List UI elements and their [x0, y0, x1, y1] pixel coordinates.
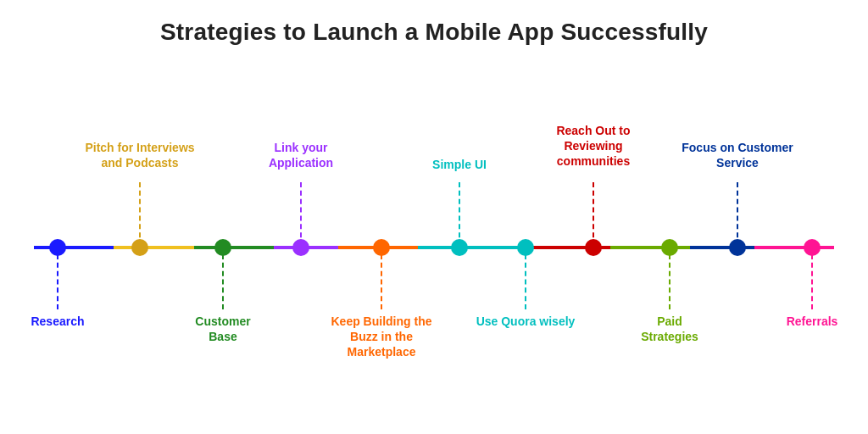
dashed-line-referrals: [811, 254, 813, 309]
dashed-line-focus-customer: [737, 182, 738, 246]
node-paid-strategies: [661, 239, 678, 256]
node-link-application: [292, 239, 309, 256]
label-customer-base: Customer Base: [195, 314, 250, 344]
label-paid-strategies: Paid Strategies: [641, 314, 698, 344]
node-pitch: [131, 239, 148, 256]
timeline-line: [34, 246, 834, 249]
dashed-line-reach-out: [593, 182, 594, 246]
dashed-line-research: [57, 254, 58, 309]
label-focus-customer: Focus on Customer Service: [682, 140, 793, 170]
dashed-line-paid-strategies: [669, 254, 670, 309]
page-title: Strategies to Launch a Mobile App Succes…: [0, 0, 868, 46]
dashed-line-keep-building: [381, 254, 382, 309]
node-referrals: [804, 239, 821, 256]
label-simple-ui: Simple UI: [432, 157, 487, 172]
label-reach-out: Reach Out to Reviewing communities: [556, 123, 630, 170]
node-use-quora: [517, 239, 534, 256]
node-simple-ui: [451, 239, 468, 256]
dashed-line-pitch: [139, 182, 141, 246]
dashed-line-customer-base: [222, 254, 224, 309]
label-keep-building: Keep Building the Buzz in the Marketplac…: [331, 314, 432, 360]
node-reach-out: [585, 239, 602, 256]
label-pitch: Pitch for Interviews and Podcasts: [85, 140, 194, 170]
node-focus-customer: [729, 239, 746, 256]
dashed-line-use-quora: [525, 254, 526, 309]
dashed-line-link-application: [300, 182, 302, 246]
label-referrals: Referrals: [787, 314, 838, 329]
timeline: ResearchPitch for Interviews and Podcast…: [0, 51, 868, 434]
label-link-application: Link your Application: [269, 140, 333, 170]
dashed-line-simple-ui: [459, 182, 460, 246]
label-research: Research: [31, 314, 84, 329]
label-use-quora: Use Quora wisely: [476, 314, 576, 329]
node-keep-building: [373, 239, 390, 256]
node-research: [49, 239, 66, 256]
node-customer-base: [214, 239, 231, 256]
